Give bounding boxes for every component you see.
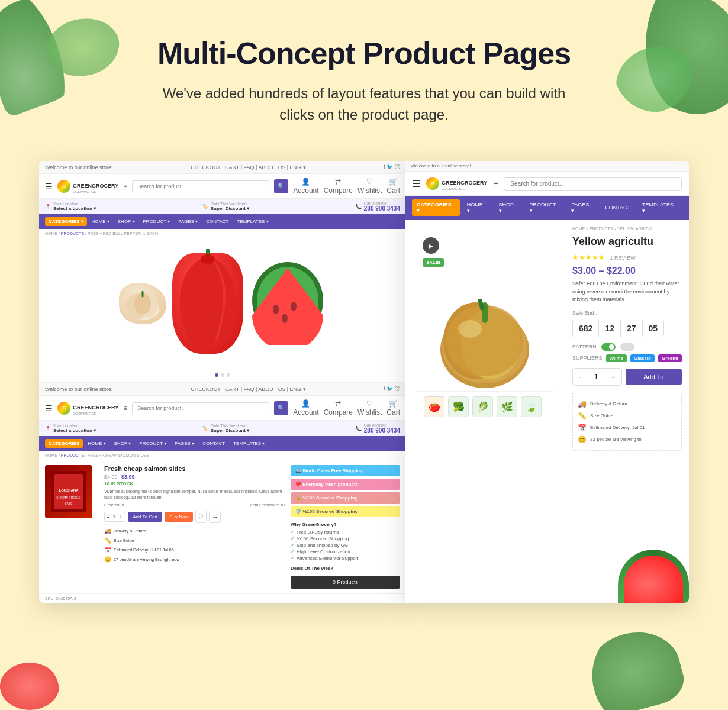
qty-minus[interactable]: - <box>107 514 109 520</box>
viewing-right: 😊 32 people are viewing thi <box>578 434 677 446</box>
deals-title: Deals Of The Week <box>291 566 400 571</box>
price-range: $3.00 – $22.00 <box>572 266 682 276</box>
search-input-2[interactable] <box>132 402 269 414</box>
nav-icons: 👤Account ⇄Compare ♡Wishlist 🛒Cart <box>293 178 400 195</box>
wishlist-icon[interactable]: ♡Wishlist <box>357 178 382 195</box>
top-product-page: Welcome to our online store! CHECKOUT | … <box>39 161 406 382</box>
compare-icon-2[interactable]: ⇄Compare <box>324 399 353 417</box>
deals-button[interactable]: 0 Products <box>291 576 400 589</box>
supplier-wilma[interactable]: Wilma <box>606 354 627 362</box>
nav-pages[interactable]: PAGES ▾ <box>175 217 201 226</box>
supplier-greend[interactable]: Greend <box>658 354 682 362</box>
right-nav-shop[interactable]: SHOP ▾ <box>494 199 523 216</box>
nav-categories[interactable]: CATEGORIES ▾ <box>45 217 87 226</box>
cart-icon[interactable]: 🛒Cart <box>386 178 400 195</box>
heart-icon: ❤️ <box>295 482 301 487</box>
qty-val-right: 1 <box>588 369 605 385</box>
buy-now-button[interactable]: Buy Now <box>165 512 193 522</box>
hamburger-icon-2[interactable]: ☰ <box>45 404 53 413</box>
nav-templates-2[interactable]: TEMPLATES ▾ <box>230 439 268 448</box>
compare-icon[interactable]: ⇄Compare <box>324 178 353 195</box>
breadcrumb-right: HOME > PRODUCTS > YELLOW AGRICU... <box>572 227 682 231</box>
add-to-cart-button-right[interactable]: Add To <box>626 369 682 385</box>
page-title: Multi-Concept Product Pages <box>12 36 716 71</box>
search-button[interactable]: 🔍 <box>274 179 288 193</box>
account-icon[interactable]: 👤Account <box>293 178 318 195</box>
leaf-decoration-bl <box>0 663 59 710</box>
price-old: $4.00 <box>104 474 118 480</box>
check-icon-2: ✓ <box>291 536 295 541</box>
add-to-cart-row: - 1 + Add To Cart Buy Now ♡ ↔ <box>104 511 285 523</box>
dot-2[interactable] <box>221 373 224 377</box>
check-icon-3: ✓ <box>291 543 295 548</box>
svg-text:BASE: BASE <box>65 502 73 505</box>
screenshots-container: Welcome to our online store! CHECKOUT | … <box>0 149 728 615</box>
nav-templates[interactable]: TEMPLATES ▾ <box>233 217 272 226</box>
add-to-cart-button[interactable]: Add To Cart <box>128 512 162 522</box>
svg-text:SHRIMP CREOLE: SHRIMP CREOLE <box>56 496 81 499</box>
breadcrumb-2: HOME / PRODUCTS / FRESH CHEAP SALMON SID… <box>39 451 406 460</box>
why-item-1: ✓ Free 90-Day returns <box>291 530 400 535</box>
dot-3[interactable] <box>227 373 230 377</box>
nav-contact[interactable]: CONTACT <box>202 217 232 226</box>
location-selector[interactable]: 📍 Your Location Select a Location ▾ <box>45 202 96 211</box>
feature-secure2: 🛡️ %100 Secured Shopping <box>291 506 400 517</box>
hamburger-icon-right[interactable]: ☰ <box>412 178 420 189</box>
topbar-links: CHECKOUT | CART | FAQ | ABOUT US | ENG ▾ <box>191 164 305 170</box>
nav-pages-2[interactable]: PAGES ▾ <box>171 439 198 448</box>
nav-product[interactable]: PRODUCT ▾ <box>140 217 174 226</box>
nav-home[interactable]: HOME ▾ <box>88 217 113 226</box>
size-guide: 📏 Size Guide <box>104 536 285 546</box>
estimated-delivery-label: Estimated Delivery: Jul 01 <box>590 425 645 430</box>
right-nav-pages[interactable]: PAGES ▾ <box>566 199 598 216</box>
qty-plus-right[interactable]: + <box>604 369 621 385</box>
search-button-2[interactable]: 🔍 <box>274 401 288 415</box>
nav-categories-2[interactable]: CATEGORIES <box>45 439 83 448</box>
right-nav-home[interactable]: HOME ▾ <box>462 199 492 216</box>
thumb-1[interactable]: 🍅 <box>424 396 444 417</box>
product-title: Fresh cheap salmon sides <box>104 465 285 472</box>
right-info-col: HOME > PRODUCTS > YELLOW AGRICU... Yello… <box>565 220 689 458</box>
list-icon-right: ≡ <box>493 179 498 188</box>
cart-icon-2[interactable]: 🛒Cart <box>386 399 400 417</box>
nav-product-2[interactable]: PRODUCT ▾ <box>136 439 170 448</box>
wishlist-icon-2[interactable]: ♡Wishlist <box>357 399 382 417</box>
smile-icon: 😊 <box>104 556 111 563</box>
watermelon-decoration <box>618 550 689 603</box>
play-button[interactable]: ▶ <box>423 237 439 254</box>
wishlist-button[interactable]: ♡ <box>195 511 207 523</box>
right-search-input[interactable] <box>504 177 682 191</box>
nav-shop-2[interactable]: SHOP ▾ <box>111 439 135 448</box>
dot-1[interactable] <box>215 373 218 377</box>
thumb-2[interactable]: 🥦 <box>448 396 469 417</box>
delivery-return-label: Delivery & Return <box>590 401 627 406</box>
supplier-glassio[interactable]: Glassio <box>630 354 655 362</box>
thumb-5[interactable]: 🍃 <box>521 396 542 417</box>
features-col: 🚢 World Class Free Shipping ❤️ Everyday … <box>291 465 400 589</box>
qty-value: 1 <box>110 514 118 519</box>
product-desc-right: Safer For The Environment: Our d their w… <box>572 280 682 304</box>
right-nav-product[interactable]: PRODUCT ▾ <box>525 199 565 216</box>
hamburger-icon[interactable]: ☰ <box>45 182 53 191</box>
pattern-toggle[interactable] <box>601 343 616 351</box>
right-logo-circle: G <box>426 177 439 190</box>
account-icon-2[interactable]: 👤Account <box>293 399 318 417</box>
nav-home-2[interactable]: HOME ▾ <box>84 439 109 448</box>
topbar: Welcome to our online store! CHECKOUT | … <box>39 161 406 174</box>
qty-minus-right[interactable]: - <box>573 369 588 385</box>
qty-plus[interactable]: + <box>119 514 123 520</box>
location-selector-2[interactable]: 📍 Your Location Select a Location ▾ <box>45 424 96 433</box>
logo-2: G GREENGROCERY ECOMMERCE <box>57 401 118 415</box>
search-input[interactable] <box>132 180 269 192</box>
nav-shop[interactable]: SHOP ▾ <box>114 217 138 226</box>
right-nav-templates[interactable]: TEMPLATES ▾ <box>637 199 682 216</box>
right-nav-categories[interactable]: CATEGORIES ▾ <box>412 199 460 216</box>
thumb-3[interactable]: 🥬 <box>472 396 493 417</box>
thumb-4[interactable]: 🌿 <box>497 396 517 417</box>
svg-point-8 <box>273 305 279 314</box>
right-nav-contact[interactable]: CONTACT <box>600 202 635 213</box>
nav-contact-2[interactable]: CONTACT <box>199 439 228 448</box>
nav-icons-2: 👤Account ⇄Compare ♡Wishlist 🛒Cart <box>293 399 400 417</box>
compare-button[interactable]: ↔ <box>209 511 221 523</box>
product-content: LOUISIANA SHRIMP CREOLE BASE Fresh cheap… <box>39 460 406 593</box>
